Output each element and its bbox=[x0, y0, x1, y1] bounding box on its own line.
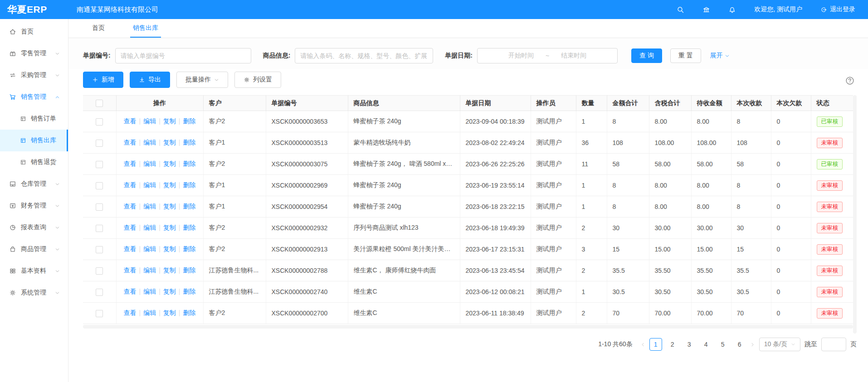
next-page-icon[interactable] bbox=[750, 342, 755, 347]
product-input[interactable] bbox=[295, 48, 433, 63]
add-button[interactable]: 新增 bbox=[83, 72, 123, 88]
sidebar-item-purchase[interactable]: 采购管理 bbox=[0, 64, 68, 86]
row-action-delete[interactable]: 删除 bbox=[183, 288, 195, 295]
sidebar-item-sales[interactable]: 销售管理 bbox=[0, 86, 68, 108]
tab-home[interactable]: 首页 bbox=[89, 19, 107, 38]
row-action-edit[interactable]: 编辑 bbox=[143, 181, 156, 189]
sidebar-item-home[interactable]: 首页 bbox=[0, 21, 68, 43]
row-action-view[interactable]: 查看 bbox=[124, 224, 137, 231]
select-all-checkbox[interactable] bbox=[96, 100, 103, 107]
row-action-copy[interactable]: 复制 bbox=[163, 181, 176, 189]
row-action-view[interactable]: 查看 bbox=[124, 203, 137, 210]
bell-icon[interactable] bbox=[728, 6, 736, 14]
row-action-delete[interactable]: 删除 bbox=[183, 160, 195, 167]
bill-no-input[interactable] bbox=[115, 48, 251, 63]
help-icon[interactable] bbox=[845, 76, 854, 85]
row-action-delete[interactable]: 删除 bbox=[183, 203, 195, 210]
column-header: 单据编号 bbox=[266, 96, 348, 111]
row-action-view[interactable]: 查看 bbox=[124, 181, 137, 189]
row-action-copy[interactable]: 复制 bbox=[163, 266, 176, 274]
table-row: 查看|编辑|复制|删除客户2XSCK00000002932序列号商品测试 xlh… bbox=[83, 218, 853, 239]
row-checkbox[interactable] bbox=[96, 225, 103, 232]
vertical-scrollbar[interactable] bbox=[853, 95, 857, 334]
page-number-3[interactable]: 3 bbox=[683, 338, 696, 351]
row-action-delete[interactable]: 删除 bbox=[183, 139, 195, 146]
cell-date: 2023-09-04 00:18:39 bbox=[460, 111, 531, 132]
page-number-4[interactable]: 4 bbox=[700, 338, 712, 351]
row-action-delete[interactable]: 删除 bbox=[183, 245, 195, 252]
row-checkbox[interactable] bbox=[96, 203, 103, 211]
sidebar-item-report[interactable]: 报表查询 bbox=[0, 217, 68, 238]
sidebar-item-sales-order[interactable]: 销售订单 bbox=[0, 108, 68, 130]
row-checkbox[interactable] bbox=[96, 161, 103, 168]
row-action-view[interactable]: 查看 bbox=[124, 288, 137, 295]
sidebar-item-system[interactable]: 系统管理 bbox=[0, 282, 68, 304]
row-checkbox[interactable] bbox=[96, 182, 103, 189]
sidebar-item-goods[interactable]: 商品管理 bbox=[0, 238, 68, 260]
row-action-edit[interactable]: 编辑 bbox=[143, 245, 156, 252]
sidebar-item-retail[interactable]: 零售管理 bbox=[0, 43, 68, 64]
batch-actions-button[interactable]: 批量操作 bbox=[176, 72, 228, 88]
sidebar-item-basic[interactable]: 基本资料 bbox=[0, 260, 68, 282]
row-action-delete[interactable]: 删除 bbox=[183, 266, 195, 274]
row-checkbox[interactable] bbox=[96, 118, 103, 126]
row-action-copy[interactable]: 复制 bbox=[163, 117, 176, 125]
expand-link[interactable]: 展开 bbox=[710, 52, 730, 60]
row-action-delete[interactable]: 删除 bbox=[183, 224, 195, 231]
page-number-2[interactable]: 2 bbox=[666, 338, 679, 351]
cell-debt: 0 bbox=[771, 175, 811, 196]
row-action-edit[interactable]: 编辑 bbox=[143, 266, 156, 274]
row-action-view[interactable]: 查看 bbox=[124, 139, 137, 146]
page-number-5[interactable]: 5 bbox=[717, 338, 729, 351]
row-action-edit[interactable]: 编辑 bbox=[143, 288, 156, 295]
sidebar-item-finance[interactable]: 财务管理 bbox=[0, 195, 68, 217]
status-badge: 未审核 bbox=[817, 287, 843, 297]
date-range-picker[interactable]: 开始时间 ~ 结束时间 bbox=[477, 48, 618, 63]
row-action-copy[interactable]: 复制 bbox=[163, 224, 176, 231]
row-action-copy[interactable]: 复制 bbox=[163, 160, 176, 167]
page-number-1[interactable]: 1 bbox=[649, 338, 662, 351]
row-action-copy[interactable]: 复制 bbox=[163, 309, 176, 316]
row-action-edit[interactable]: 编辑 bbox=[143, 203, 156, 210]
row-checkbox[interactable] bbox=[96, 310, 103, 317]
row-checkbox[interactable] bbox=[96, 289, 103, 296]
prev-page-icon[interactable] bbox=[640, 342, 645, 347]
row-action-edit[interactable]: 编辑 bbox=[143, 160, 156, 167]
search-icon[interactable] bbox=[677, 6, 684, 14]
row-checkbox[interactable] bbox=[96, 140, 103, 147]
row-action-delete[interactable]: 删除 bbox=[183, 117, 195, 125]
sidebar-item-sales-outbound[interactable]: 销售出库 bbox=[0, 130, 68, 151]
row-action-view[interactable]: 查看 bbox=[124, 245, 137, 252]
row-checkbox[interactable] bbox=[96, 267, 103, 275]
column-settings-button[interactable]: 列设置 bbox=[234, 72, 281, 88]
row-action-edit[interactable]: 编辑 bbox=[143, 224, 156, 231]
logout-button[interactable]: 退出登录 bbox=[820, 5, 855, 14]
sidebar-item-label: 财务管理 bbox=[21, 202, 46, 210]
row-action-view[interactable]: 查看 bbox=[124, 309, 137, 316]
page-number-6[interactable]: 6 bbox=[733, 338, 746, 351]
row-action-edit[interactable]: 编辑 bbox=[143, 117, 156, 125]
page-size-select[interactable]: 10 条/页 bbox=[759, 338, 800, 351]
row-action-view[interactable]: 查看 bbox=[124, 160, 137, 167]
jump-page-input[interactable] bbox=[821, 338, 846, 351]
row-action-copy[interactable]: 复制 bbox=[163, 203, 176, 210]
row-action-copy[interactable]: 复制 bbox=[163, 139, 176, 146]
row-action-copy[interactable]: 复制 bbox=[163, 245, 176, 252]
search-button[interactable]: 查 询 bbox=[631, 48, 662, 63]
sidebar-item-warehouse[interactable]: 仓库管理 bbox=[0, 173, 68, 195]
export-button[interactable]: 导出 bbox=[130, 72, 170, 88]
row-action-edit[interactable]: 编辑 bbox=[143, 139, 156, 146]
tab-sales-outbound[interactable]: 销售出库 bbox=[130, 19, 161, 38]
row-action-edit[interactable]: 编辑 bbox=[143, 309, 156, 316]
row-action-delete[interactable]: 删除 bbox=[183, 181, 195, 189]
cell-order-no: XSCK00000002913 bbox=[266, 239, 348, 260]
reset-button[interactable]: 重 置 bbox=[670, 48, 701, 63]
sidebar-item-sales-return[interactable]: 销售退货 bbox=[0, 151, 68, 173]
row-action-copy[interactable]: 复制 bbox=[163, 288, 176, 295]
horizontal-scrollbar[interactable] bbox=[83, 325, 853, 329]
row-action-delete[interactable]: 删除 bbox=[183, 309, 195, 316]
row-action-view[interactable]: 查看 bbox=[124, 117, 137, 125]
row-checkbox[interactable] bbox=[96, 246, 103, 253]
row-action-view[interactable]: 查看 bbox=[124, 266, 137, 274]
bank-icon[interactable] bbox=[702, 6, 710, 14]
